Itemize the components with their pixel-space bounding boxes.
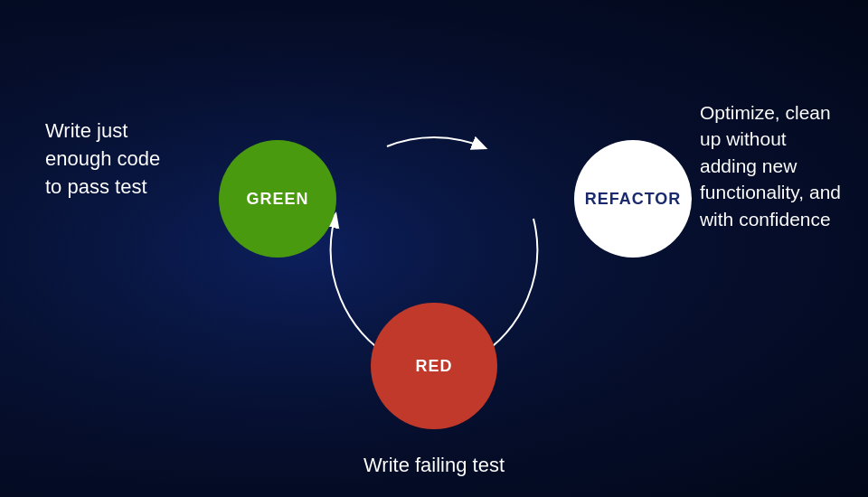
- red-label: RED: [415, 357, 452, 376]
- red-desc-text: Write failing test: [363, 454, 505, 476]
- green-description: Write justenough codeto pass test: [45, 117, 160, 201]
- green-desc-text: Write justenough codeto pass test: [45, 119, 160, 198]
- refactor-node: REFACTOR: [574, 140, 692, 258]
- green-label: GREEN: [246, 190, 308, 209]
- refactor-desc-text: Optimize, cleanup withoutadding newfunct…: [700, 102, 841, 230]
- green-node: GREEN: [219, 140, 336, 258]
- tdd-diagram: GREEN REFACTOR RED Write justenough code…: [0, 0, 868, 497]
- refactor-label: REFACTOR: [585, 190, 682, 209]
- red-description: Write failing test: [363, 452, 505, 479]
- red-node: RED: [371, 303, 497, 429]
- refactor-description: Optimize, cleanup withoutadding newfunct…: [700, 99, 841, 232]
